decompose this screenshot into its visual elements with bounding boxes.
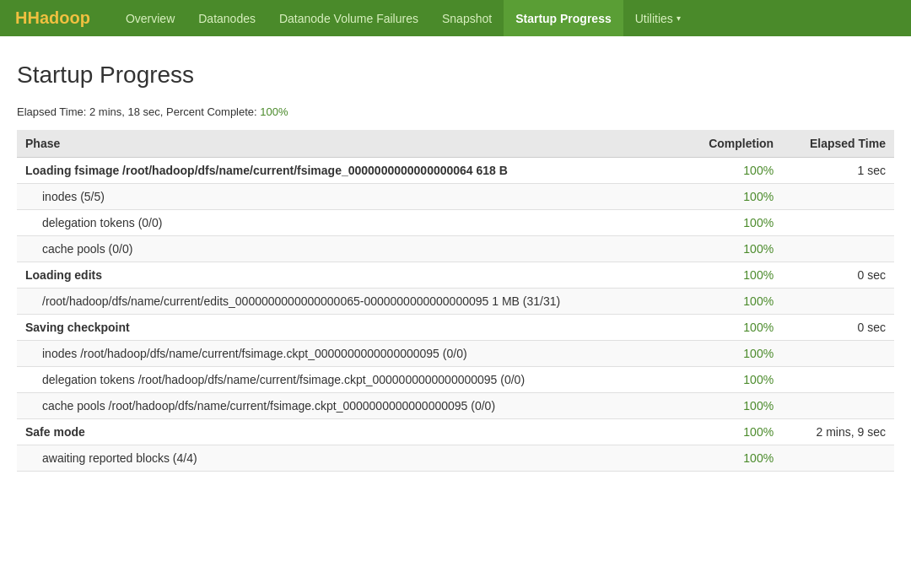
- completion-cell: 100%: [683, 236, 782, 262]
- phase-sub-cell: delegation tokens (0/0): [17, 210, 683, 236]
- table-row: cache pools (0/0)100%: [17, 236, 894, 262]
- phase-main-cell: Saving checkpoint: [17, 315, 683, 341]
- nav-item-startup-progress[interactable]: Startup Progress: [504, 0, 623, 36]
- phase-main-cell: Loading fsimage /root/hadoop/dfs/name/cu…: [17, 158, 683, 184]
- table-row: awaiting reported blocks (4/4)100%: [17, 445, 894, 472]
- phase-sub-cell: inodes /root/hadoop/dfs/name/current/fsi…: [17, 341, 683, 367]
- completion-cell: 100%: [683, 367, 782, 393]
- elapsed-cell: 0 sec: [782, 262, 894, 289]
- elapsed-cell: [782, 393, 894, 419]
- table-row: inodes /root/hadoop/dfs/name/current/fsi…: [17, 341, 894, 367]
- table-row: cache pools /root/hadoop/dfs/name/curren…: [17, 393, 894, 419]
- nav-item-datanodes[interactable]: Datanodes: [186, 0, 267, 36]
- elapsed-cell: 0 sec: [782, 315, 894, 341]
- main-nav: HHadoop Overview Datanodes Datanode Volu…: [0, 0, 911, 36]
- nav-item-utilities[interactable]: Utilities ▾: [623, 0, 693, 36]
- phase-sub-cell: inodes (5/5): [17, 184, 683, 210]
- completion-cell: 100%: [683, 445, 782, 472]
- table-row: inodes (5/5)100%: [17, 184, 894, 210]
- main-content: Startup Progress Elapsed Time: 2 mins, 1…: [0, 36, 911, 488]
- phase-sub-cell: awaiting reported blocks (4/4): [17, 445, 683, 472]
- dropdown-caret-icon: ▾: [677, 13, 681, 23]
- col-elapsed: Elapsed Time: [782, 130, 894, 158]
- col-completion: Completion: [683, 130, 782, 158]
- table-row: Safe mode100%2 mins, 9 sec: [17, 419, 894, 445]
- startup-progress-table: Phase Completion Elapsed Time Loading fs…: [17, 130, 894, 472]
- phase-sub-cell: cache pools /root/hadoop/dfs/name/curren…: [17, 393, 683, 419]
- completion-cell: 100%: [683, 210, 782, 236]
- completion-cell: 100%: [683, 262, 782, 289]
- completion-cell: 100%: [683, 315, 782, 341]
- table-row: Loading fsimage /root/hadoop/dfs/name/cu…: [17, 158, 894, 184]
- phase-main-cell: Loading edits: [17, 262, 683, 289]
- nav-item-datanode-volume-failures[interactable]: Datanode Volume Failures: [267, 0, 430, 36]
- elapsed-cell: [782, 210, 894, 236]
- elapsed-cell: [782, 184, 894, 210]
- elapsed-cell: [782, 289, 894, 315]
- phase-sub-cell: cache pools (0/0): [17, 236, 683, 262]
- table-row: Saving checkpoint100%0 sec: [17, 315, 894, 341]
- completion-cell: 100%: [683, 341, 782, 367]
- nav-item-overview[interactable]: Overview: [114, 0, 186, 36]
- page-title: Startup Progress: [17, 62, 894, 89]
- elapsed-cell: 1 sec: [782, 158, 894, 184]
- col-phase: Phase: [17, 130, 683, 158]
- elapsed-cell: [782, 445, 894, 472]
- elapsed-cell: [782, 236, 894, 262]
- completion-cell: 100%: [683, 419, 782, 445]
- completion-cell: 100%: [683, 158, 782, 184]
- completion-cell: 100%: [683, 289, 782, 315]
- elapsed-cell: 2 mins, 9 sec: [782, 419, 894, 445]
- brand-highlight: H: [15, 8, 27, 27]
- elapsed-info: Elapsed Time: 2 mins, 18 sec, Percent Co…: [17, 105, 894, 118]
- table-row: delegation tokens /root/hadoop/dfs/name/…: [17, 367, 894, 393]
- nav-item-snapshot[interactable]: Snapshot: [430, 0, 504, 36]
- nav-brand: HHadoop: [8, 8, 97, 28]
- elapsed-cell: [782, 341, 894, 367]
- table-header-row: Phase Completion Elapsed Time: [17, 130, 894, 158]
- phase-main-cell: Safe mode: [17, 419, 683, 445]
- elapsed-cell: [782, 367, 894, 393]
- table-row: /root/hadoop/dfs/name/current/edits_0000…: [17, 289, 894, 315]
- phase-sub-cell: delegation tokens /root/hadoop/dfs/name/…: [17, 367, 683, 393]
- table-row: delegation tokens (0/0)100%: [17, 210, 894, 236]
- table-row: Loading edits100%0 sec: [17, 262, 894, 289]
- completion-cell: 100%: [683, 393, 782, 419]
- phase-sub-cell: /root/hadoop/dfs/name/current/edits_0000…: [17, 289, 683, 315]
- completion-cell: 100%: [683, 184, 782, 210]
